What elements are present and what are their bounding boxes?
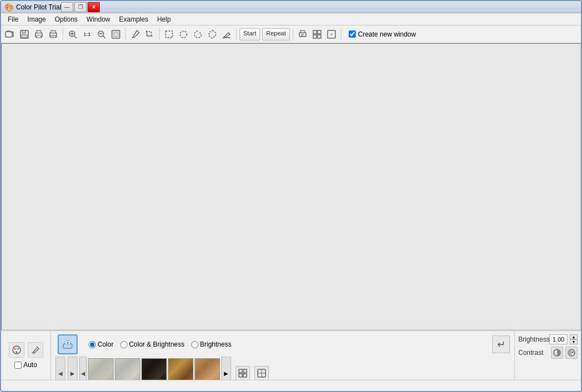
svg-line-12 — [74, 36, 76, 38]
thumb-grid-icon[interactable] — [236, 366, 250, 380]
auto-checkbox[interactable] — [14, 362, 22, 369]
title-bar: 🎨 Color Pilot Trial — ❐ ✕ — [1, 1, 581, 13]
rect-select-button[interactable] — [162, 28, 176, 41]
separator-3 — [159, 28, 160, 40]
thumbnail-2[interactable] — [115, 358, 140, 380]
repeat-button[interactable]: Repeat — [262, 28, 289, 40]
next-small-button[interactable]: ▶ — [68, 357, 78, 380]
prev-thumbnail-button[interactable]: ◀ — [55, 357, 65, 380]
auto-label: Auto — [23, 361, 37, 369]
canvas-area — [1, 43, 581, 330]
application-window: 🎨 Color Pilot Trial — ❐ ✕ File Image Opt… — [0, 0, 582, 392]
print-action-button[interactable] — [296, 28, 309, 41]
svg-point-51 — [572, 352, 574, 353]
adjustment-panel: Brightness 1.00 ▲ ▼ Contrast — [514, 331, 581, 380]
svg-rect-2 — [22, 30, 25, 33]
apply-button[interactable]: ↵ — [492, 336, 510, 353]
radio-color-brightness[interactable] — [120, 341, 127, 348]
radio-color[interactable] — [89, 341, 96, 348]
next-thumbnail-button[interactable]: ▶ — [221, 357, 231, 380]
thumbnail-1[interactable] — [88, 358, 114, 380]
ellipse-select-button[interactable] — [177, 28, 190, 41]
radio-color-text: Color — [98, 341, 114, 348]
palette-tool-button[interactable] — [9, 342, 24, 358]
erase-button[interactable] — [220, 28, 233, 41]
svg-point-36 — [16, 352, 17, 353]
brightness-down-button[interactable]: ▼ — [570, 339, 578, 344]
menu-file[interactable]: File — [3, 14, 23, 24]
separator-6 — [341, 28, 341, 40]
menu-window[interactable]: Window — [82, 14, 115, 24]
eyedropper-button[interactable] — [129, 28, 142, 41]
radio-color-label[interactable]: Color — [89, 341, 114, 348]
svg-point-21 — [180, 31, 187, 38]
brightness-row: Brightness 1.00 ▲ ▼ — [518, 334, 578, 344]
print-preview-button[interactable] — [47, 28, 60, 41]
svg-rect-43 — [243, 369, 247, 373]
brightness-value[interactable]: 1.00 — [549, 334, 568, 344]
svg-point-35 — [17, 348, 19, 350]
radio-options-row: Color Color & Brightness Brightness ↵ — [53, 333, 512, 357]
contrast-row: Contrast — [518, 347, 578, 359]
radio-brightness-label[interactable]: Brightness — [191, 341, 232, 348]
svg-rect-3 — [22, 35, 27, 38]
radio-cb-text: Color & Brightness — [129, 341, 185, 348]
start-button[interactable]: Start — [239, 28, 260, 40]
brightness-up-button[interactable]: ▲ — [570, 334, 578, 339]
color-replace-icon[interactable] — [58, 334, 78, 354]
separator-4 — [236, 28, 237, 40]
svg-point-38 — [32, 352, 33, 354]
separator-5 — [293, 28, 293, 40]
separator-1 — [63, 28, 63, 40]
thumbnail-3[interactable] — [141, 358, 167, 380]
menu-examples[interactable]: Examples — [115, 14, 153, 24]
radio-brightness[interactable] — [191, 341, 198, 348]
content-area: Auto Color — [1, 43, 581, 380]
svg-marker-22 — [209, 30, 216, 38]
menu-bar: File Image Options Window Examples Help — [1, 13, 581, 25]
prev-small-button[interactable]: ◀ — [79, 357, 87, 380]
brightness-spinner: ▲ ▼ — [570, 334, 578, 344]
svg-rect-6 — [37, 35, 41, 38]
eyedropper-tool-button[interactable] — [28, 342, 43, 358]
thumbnail-5[interactable] — [195, 358, 220, 380]
svg-point-41 — [67, 342, 69, 344]
radio-cb-label[interactable]: Color & Brightness — [120, 341, 185, 348]
zoom-in-button[interactable] — [66, 28, 79, 41]
tool-panel: Auto — [1, 331, 51, 380]
thumb-layout-icon[interactable] — [254, 366, 269, 380]
crop-button[interactable] — [143, 28, 156, 41]
svg-rect-44 — [239, 374, 242, 377]
svg-rect-20 — [166, 31, 172, 38]
radio-brightness-text: Brightness — [200, 341, 232, 348]
lasso-select-button[interactable] — [191, 28, 205, 41]
menu-help[interactable]: Help — [152, 14, 175, 24]
svg-rect-25 — [300, 30, 305, 33]
menu-options[interactable]: Options — [50, 14, 82, 24]
save-button[interactable] — [18, 28, 31, 41]
svg-rect-8 — [51, 30, 55, 33]
export-button[interactable] — [325, 28, 338, 41]
create-new-window-checkbox[interactable] — [349, 30, 356, 38]
restore-button[interactable]: ❐ — [74, 2, 86, 12]
menu-image[interactable]: Image — [23, 14, 50, 24]
grid-button[interactable] — [310, 28, 324, 41]
contrast-icon-1[interactable] — [551, 347, 563, 359]
thumbnail-panel: Color Color & Brightness Brightness ↵ ◀ — [51, 331, 514, 380]
svg-rect-5 — [37, 30, 41, 33]
contrast-icon-2[interactable] — [565, 347, 578, 359]
svg-point-37 — [16, 348, 17, 349]
svg-point-34 — [14, 348, 16, 350]
zoom-100-button[interactable]: 1:1 — [80, 28, 94, 41]
open-button[interactable] — [3, 28, 17, 41]
svg-rect-28 — [313, 30, 316, 34]
svg-rect-30 — [313, 35, 316, 38]
polygon-select-button[interactable] — [206, 28, 219, 41]
close-button[interactable]: ✕ — [88, 2, 100, 12]
thumbnail-4[interactable] — [168, 358, 193, 380]
zoom-out-button[interactable] — [95, 28, 108, 41]
minimize-button[interactable]: — — [61, 2, 73, 12]
print-button[interactable] — [32, 28, 45, 41]
fit-button[interactable] — [109, 28, 122, 41]
create-new-window-label: Create new window — [358, 30, 416, 38]
